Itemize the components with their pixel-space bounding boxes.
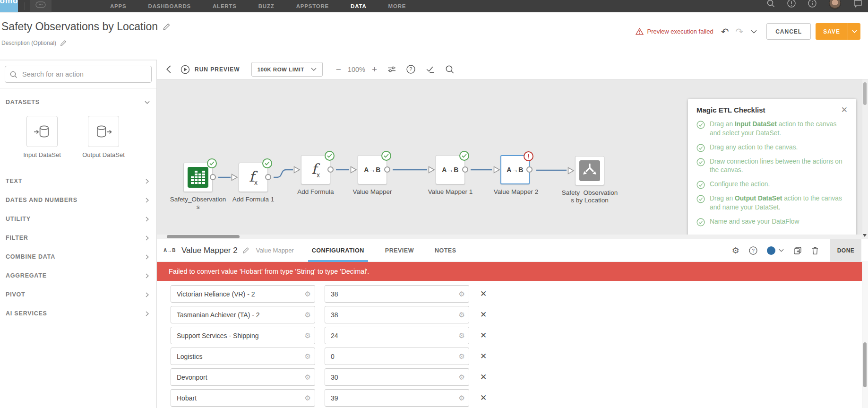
- sidebar-section-utility[interactable]: UTILITY: [0, 209, 156, 228]
- close-icon[interactable]: ✕: [841, 106, 848, 114]
- gear-icon[interactable]: ⚙: [305, 290, 311, 298]
- sidebar-section-combine-data[interactable]: COMBINE DATA: [0, 247, 156, 266]
- sidebar-section-datasets[interactable]: DATASETS: [0, 91, 156, 113]
- sidebar-section-pivot[interactable]: PIVOT: [0, 285, 156, 304]
- output-port[interactable]: [265, 174, 271, 180]
- edit-title-icon[interactable]: [163, 23, 171, 31]
- mapping-from-input[interactable]: [171, 389, 315, 407]
- nav-item-apps[interactable]: APPS: [110, 3, 127, 9]
- row-limit-dropdown[interactable]: 100K ROW LIMIT: [251, 62, 323, 77]
- nav-chat-icon[interactable]: [853, 0, 862, 8]
- sidebar-section-filter[interactable]: FILTER: [0, 228, 156, 247]
- panel-vscroll-track[interactable]: [862, 262, 868, 408]
- input-port[interactable]: [293, 166, 301, 174]
- scroll-down-arrow[interactable]: [863, 234, 867, 237]
- remove-row-icon[interactable]: ✕: [480, 351, 487, 361]
- duplicate-icon[interactable]: [793, 246, 802, 255]
- canvas-hscroll-thumb[interactable]: [167, 235, 240, 238]
- sidebar-section-text[interactable]: TEXT: [0, 172, 156, 191]
- nav-item-buzz[interactable]: BUZZ: [258, 3, 275, 9]
- mapping-from-input[interactable]: [171, 285, 315, 303]
- collapse-sidebar-icon[interactable]: [166, 65, 171, 73]
- user-avatar[interactable]: [829, 0, 841, 9]
- gear-icon[interactable]: ⚙: [732, 245, 739, 256]
- tab-preview[interactable]: PREVIEW: [385, 239, 414, 262]
- gear-icon[interactable]: ⚙: [305, 373, 311, 382]
- sidebar-section-dates-and-numbers[interactable]: DATES AND NUMBERS: [0, 191, 156, 209]
- edit-action-name-icon[interactable]: [242, 247, 249, 254]
- node-value-mapper-1[interactable]: A→BValue Mapper 1: [436, 155, 465, 184]
- gear-icon[interactable]: ⚙: [459, 311, 465, 319]
- gear-icon[interactable]: ⚙: [459, 331, 465, 340]
- edit-description-icon[interactable]: [60, 40, 67, 46]
- mapping-from-input[interactable]: [171, 327, 315, 344]
- done-button[interactable]: DONE: [830, 239, 861, 262]
- canvas-search-icon[interactable]: [445, 65, 454, 74]
- node-add-formula-1[interactable]: fxAdd Formula 1: [239, 163, 268, 192]
- remove-row-icon[interactable]: ✕: [480, 372, 487, 382]
- search-input[interactable]: [5, 66, 152, 83]
- gear-icon[interactable]: ⚙: [305, 352, 311, 361]
- mapping-to-input[interactable]: [325, 327, 469, 344]
- mapping-to-input[interactable]: [325, 348, 469, 365]
- output-port[interactable]: [526, 166, 533, 173]
- input-port[interactable]: [567, 167, 575, 174]
- gear-icon[interactable]: ⚙: [459, 290, 465, 298]
- mapping-from-input[interactable]: [171, 306, 315, 323]
- nav-item-data[interactable]: DATA: [351, 3, 366, 9]
- sidebar-section-ai-services[interactable]: AI SERVICES: [0, 304, 156, 323]
- app-switcher-icon[interactable]: [30, 0, 52, 12]
- canvas-settings-icon[interactable]: [387, 66, 396, 73]
- nav-item-dashboards[interactable]: DASHBOARDS: [148, 3, 191, 9]
- nav-search-icon[interactable]: [766, 0, 775, 8]
- remove-row-icon[interactable]: ✕: [480, 393, 487, 403]
- output-port[interactable]: [462, 166, 468, 173]
- gear-icon[interactable]: ⚙: [305, 394, 311, 402]
- node-safety-observations-by-location[interactable]: Safety_Observations by Location: [575, 156, 604, 185]
- domo-logo[interactable]: omo: [0, 0, 18, 12]
- mapping-to-input[interactable]: [325, 389, 469, 407]
- zoom-out-button[interactable]: −: [336, 64, 341, 75]
- mapping-to-input[interactable]: [325, 285, 469, 303]
- undo-icon[interactable]: ↶: [721, 26, 729, 37]
- help-icon[interactable]: ?: [406, 65, 415, 74]
- nav-item-more[interactable]: MORE: [388, 3, 406, 9]
- mapping-from-input[interactable]: [171, 368, 315, 386]
- canvas-vscroll-thumb[interactable]: [863, 82, 867, 105]
- gear-icon[interactable]: ⚙: [305, 331, 311, 340]
- save-options-button[interactable]: [848, 23, 860, 40]
- remove-row-icon[interactable]: ✕: [480, 289, 487, 299]
- input-port[interactable]: [231, 174, 238, 181]
- output-port[interactable]: [384, 166, 390, 173]
- zoom-in-button[interactable]: +: [372, 64, 377, 75]
- tile-output-dataset[interactable]: Output DataSet: [82, 116, 125, 158]
- node-add-formula[interactable]: fxAdd Formula: [301, 155, 330, 184]
- validate-icon[interactable]: [426, 65, 435, 73]
- panel-help-icon[interactable]: ?: [749, 246, 757, 255]
- input-port[interactable]: [493, 166, 500, 174]
- redo-icon[interactable]: ↷: [735, 26, 743, 37]
- cancel-button[interactable]: CANCEL: [766, 23, 811, 40]
- run-preview-button[interactable]: RUN PREVIEW: [180, 65, 240, 74]
- node-safety-observations[interactable]: Safety_Observations: [183, 163, 213, 192]
- node-value-mapper-2[interactable]: A→B!Value Mapper 2: [500, 155, 530, 184]
- canvas-vscroll-track[interactable]: [862, 79, 868, 239]
- gear-icon[interactable]: ⚙: [459, 352, 465, 361]
- remove-row-icon[interactable]: ✕: [480, 310, 487, 320]
- status-color-dropdown[interactable]: [767, 246, 784, 255]
- history-chevron-icon[interactable]: [751, 30, 757, 34]
- sidebar-section-aggregate[interactable]: AGGREGATE: [0, 266, 156, 285]
- output-port[interactable]: [210, 174, 216, 180]
- panel-vscroll-thumb[interactable]: [863, 342, 867, 387]
- remove-row-icon[interactable]: ✕: [480, 331, 487, 340]
- nav-item-alerts[interactable]: ALERTS: [213, 3, 237, 9]
- mapping-from-input[interactable]: [171, 348, 315, 365]
- etl-canvas[interactable]: Safety_ObservationsfxAdd Formula 1fxAdd …: [157, 79, 868, 239]
- canvas-hscroll-track[interactable]: [157, 235, 862, 239]
- nav-item-appstore[interactable]: APPSTORE: [296, 3, 329, 9]
- delete-icon[interactable]: [811, 246, 819, 255]
- nav-info-icon[interactable]: [808, 0, 816, 8]
- tile-input-dataset[interactable]: Input DataSet: [21, 116, 63, 158]
- output-port[interactable]: [327, 166, 334, 173]
- input-port[interactable]: [428, 166, 435, 174]
